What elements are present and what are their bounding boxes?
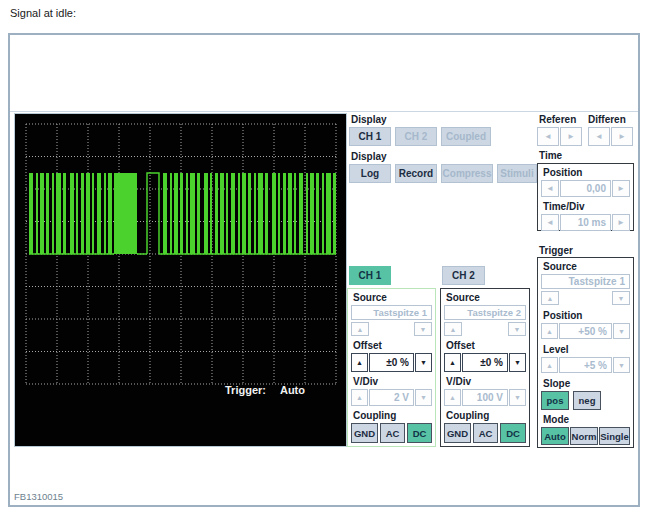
- ch2-source-value: Tastspitze 2: [444, 305, 526, 320]
- time-position-decrease-button[interactable]: ◄: [541, 180, 559, 197]
- up-arrow-icon: ▲: [450, 326, 457, 333]
- ch1-tab[interactable]: CH 1: [349, 266, 391, 285]
- ch1-offset-down-button[interactable]: ▼: [415, 353, 432, 372]
- up-arrow-icon: ▲: [356, 394, 363, 401]
- up-arrow-icon: ▲: [546, 362, 553, 369]
- trigger-status-label: Trigger:: [225, 384, 266, 396]
- ch1-vdiv-down-button[interactable]: ▼: [415, 389, 432, 406]
- trigger-mode-label: Mode: [543, 414, 630, 425]
- ch2-panel: Source Tastspitze 2 ▲ ▼ Offset ▲ ±0 % ▼ …: [440, 288, 530, 447]
- referen-label: Referen: [539, 114, 576, 125]
- trigger-source-value: Tastspitze 1: [541, 274, 630, 289]
- mode-single-button[interactable]: Single: [599, 427, 630, 445]
- ch1-source-down-button[interactable]: ▼: [414, 322, 432, 336]
- ch1-vdiv-up-button[interactable]: ▲: [351, 389, 368, 406]
- trigger-slope-label: Slope: [543, 378, 630, 389]
- record-button[interactable]: Record: [395, 164, 437, 183]
- ch2-coupling-ac-button[interactable]: AC: [473, 423, 498, 443]
- ch1-coupling-gnd-button[interactable]: GND: [351, 423, 378, 443]
- up-arrow-icon: ▲: [449, 359, 456, 366]
- main-frame: Trigger: Auto Display CH 1 CH 2 Coupled …: [8, 33, 640, 507]
- ch1-offset-label: Offset: [353, 340, 432, 351]
- ch2-coupling-dc-button[interactable]: DC: [500, 423, 526, 443]
- ch2-vdiv-down-button[interactable]: ▼: [509, 389, 526, 406]
- ch2-source-up-button[interactable]: ▲: [444, 322, 462, 336]
- time-label: Time: [539, 150, 562, 161]
- trigger-source-label: Source: [543, 261, 630, 272]
- left-arrow-icon: ◄: [595, 133, 603, 141]
- time-panel: Position ◄ 0,00 ► Time/Div ◄ 10 ms ►: [537, 163, 634, 231]
- referen-next-button[interactable]: ►: [560, 127, 582, 146]
- time-position-value: 0,00: [560, 180, 611, 197]
- trigger-position-up-button[interactable]: ▲: [541, 323, 558, 339]
- down-arrow-icon: ▼: [514, 326, 521, 333]
- down-arrow-icon: ▼: [420, 326, 427, 333]
- time-div-increase-button[interactable]: ►: [612, 214, 630, 231]
- compress-button[interactable]: Compress: [441, 164, 493, 183]
- slope-pos-button[interactable]: pos: [541, 391, 569, 410]
- right-arrow-icon: ►: [618, 133, 626, 141]
- figure-id: FB1310015: [14, 491, 63, 502]
- trigger-level-up-button[interactable]: ▲: [541, 357, 558, 373]
- down-arrow-icon: ▼: [618, 295, 625, 302]
- trigger-panel: Source Tastspitze 1 ▲ ▼ Position ▲ +50 %…: [537, 257, 634, 448]
- ch1-source-value: Tastspitze 1: [351, 305, 432, 320]
- differen-prev-button[interactable]: ◄: [588, 127, 610, 146]
- up-arrow-icon: ▲: [357, 326, 364, 333]
- ch1-source-label: Source: [353, 292, 432, 303]
- trigger-label: Trigger: [539, 245, 573, 256]
- up-arrow-icon: ▲: [449, 394, 456, 401]
- ch2-source-label: Source: [446, 292, 526, 303]
- trigger-source-up-button[interactable]: ▲: [541, 291, 559, 305]
- panel-divider: [10, 111, 638, 112]
- log-button[interactable]: Log: [349, 164, 391, 183]
- trigger-position-label: Position: [543, 310, 630, 321]
- time-position-label: Position: [543, 167, 630, 178]
- ch2-offset-down-button[interactable]: ▼: [509, 353, 526, 372]
- display-channels-label: Display: [351, 114, 387, 125]
- up-arrow-icon: ▲: [356, 359, 363, 366]
- ch1-source-up-button[interactable]: ▲: [351, 322, 369, 336]
- right-arrow-icon: ►: [567, 133, 575, 141]
- mode-auto-button[interactable]: Auto: [541, 427, 569, 445]
- display-ch2-button[interactable]: CH 2: [395, 127, 437, 146]
- ch1-coupling-ac-button[interactable]: AC: [380, 423, 405, 443]
- ch1-coupling-dc-button[interactable]: DC: [407, 423, 432, 443]
- stimuli-button[interactable]: Stimuli: [497, 164, 537, 183]
- trigger-level-down-button[interactable]: ▼: [613, 357, 630, 373]
- time-div-value: 10 ms: [560, 214, 611, 231]
- time-div-label: Time/Div: [543, 201, 630, 212]
- down-arrow-icon: ▼: [618, 328, 625, 335]
- ch1-coupling-label: Coupling: [353, 410, 432, 421]
- ch2-offset-up-button[interactable]: ▲: [444, 353, 461, 372]
- ch1-vdiv-label: V/Div: [353, 376, 432, 387]
- trigger-status-value: Auto: [280, 384, 305, 396]
- down-arrow-icon: ▼: [420, 359, 427, 366]
- down-arrow-icon: ▼: [420, 394, 427, 401]
- ch1-offset-up-button[interactable]: ▲: [351, 353, 368, 372]
- up-arrow-icon: ▲: [547, 295, 554, 302]
- down-arrow-icon: ▼: [514, 359, 521, 366]
- display-ch1-button[interactable]: CH 1: [349, 127, 391, 146]
- time-div-decrease-button[interactable]: ◄: [541, 214, 559, 231]
- ch2-tab[interactable]: CH 2: [442, 266, 485, 285]
- down-arrow-icon: ▼: [514, 394, 521, 401]
- ch2-vdiv-up-button[interactable]: ▲: [444, 389, 461, 406]
- differen-label: Differen: [588, 114, 626, 125]
- ch2-coupling-gnd-button[interactable]: GND: [444, 423, 471, 443]
- mode-norm-button[interactable]: Norm: [570, 427, 598, 445]
- ch1-panel: Source Tastspitze 1 ▲ ▼ Offset ▲ ±0 % ▼ …: [347, 288, 436, 447]
- ch2-source-down-button[interactable]: ▼: [508, 322, 526, 336]
- slope-neg-button[interactable]: neg: [573, 391, 601, 410]
- ch2-vdiv-value: 100 V: [462, 389, 508, 406]
- down-arrow-icon: ▼: [618, 362, 625, 369]
- trigger-source-down-button[interactable]: ▼: [612, 291, 630, 305]
- referen-prev-button[interactable]: ◄: [537, 127, 559, 146]
- differen-next-button[interactable]: ►: [611, 127, 633, 146]
- ch1-offset-value: ±0 %: [369, 353, 414, 372]
- time-position-increase-button[interactable]: ►: [612, 180, 630, 197]
- ch2-offset-value: ±0 %: [462, 353, 508, 372]
- ch2-offset-label: Offset: [446, 340, 526, 351]
- display-coupled-button[interactable]: Coupled: [441, 127, 491, 146]
- trigger-position-down-button[interactable]: ▼: [613, 323, 630, 339]
